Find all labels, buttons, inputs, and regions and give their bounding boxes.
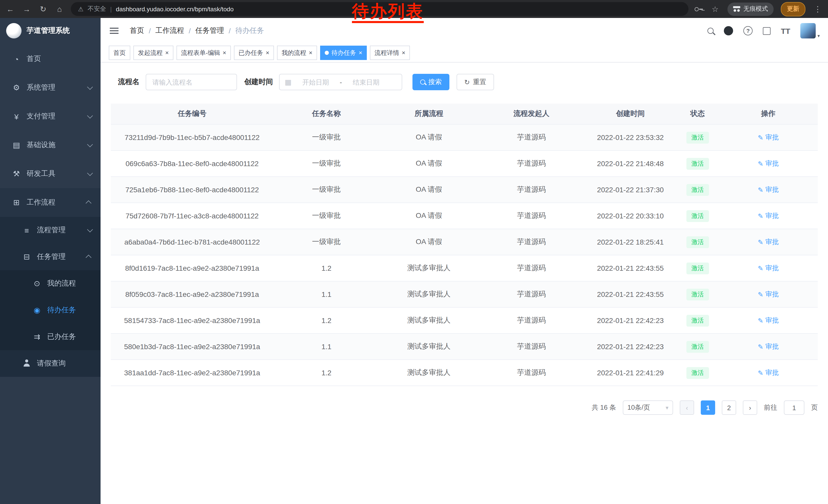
col-created: 创建时间 bbox=[584, 103, 676, 124]
goto-page-input[interactable] bbox=[784, 401, 804, 415]
approve-link[interactable]: ✎ 审批 bbox=[758, 159, 779, 168]
cell-process: 测试多审批人 bbox=[379, 307, 479, 333]
sidebar-menu: ◔ 首页 ⚙ 系统管理 ¥ 支付管理 ▤ 基础设施 bbox=[0, 44, 100, 377]
tab-done-tasks[interactable]: 已办任务 × bbox=[234, 46, 274, 60]
edit-icon: ✎ bbox=[758, 290, 763, 298]
edit-icon: ✎ bbox=[758, 238, 763, 246]
sidebar-item-workflow[interactable]: ⊞ 工作流程 bbox=[0, 188, 100, 217]
tab-my-process[interactable]: 我的流程 × bbox=[277, 46, 317, 60]
bookmark-star-icon[interactable]: ☆ bbox=[710, 4, 720, 13]
tab-process-detail[interactable]: 流程详情 × bbox=[370, 46, 410, 60]
approve-link[interactable]: ✎ 审批 bbox=[758, 211, 779, 221]
content-area: 首页 / 工作流程 / 任务管理 / 待办任务 ? TT ▾ bbox=[100, 18, 828, 504]
update-button[interactable]: 更新 bbox=[781, 2, 805, 16]
sidebar-item-task-management[interactable]: ⊟ 任务管理 bbox=[0, 243, 100, 270]
forward-icon[interactable]: → bbox=[22, 5, 32, 13]
back-icon[interactable]: ← bbox=[5, 5, 15, 13]
breadcrumb-item-task-management[interactable]: 任务管理 bbox=[196, 26, 224, 35]
sidebar-item-leave-query[interactable]: 请假查询 bbox=[0, 350, 100, 377]
gear-icon: ⚙ bbox=[10, 83, 23, 92]
cell-status: 激活 bbox=[676, 281, 719, 307]
close-icon[interactable]: × bbox=[223, 50, 226, 56]
cell-task-name: 一级审批 bbox=[274, 150, 379, 177]
sidebar-item-system[interactable]: ⚙ 系统管理 bbox=[0, 73, 100, 102]
prev-page-button[interactable]: ‹ bbox=[680, 401, 694, 415]
page-button-2[interactable]: 2 bbox=[722, 401, 736, 415]
approve-link[interactable]: ✎ 审批 bbox=[758, 185, 779, 194]
sidebar-item-done-tasks[interactable]: ⇉ 已办任务 bbox=[0, 324, 100, 350]
password-key-icon[interactable] bbox=[695, 6, 703, 11]
font-size-icon[interactable]: TT bbox=[781, 27, 790, 35]
edit-icon: ✎ bbox=[758, 186, 763, 193]
tab-form-edit[interactable]: 流程表单-编辑 × bbox=[176, 46, 231, 60]
reset-button[interactable]: ↻ 重置 bbox=[457, 74, 494, 90]
help-icon[interactable]: ? bbox=[743, 26, 753, 35]
close-icon[interactable]: × bbox=[165, 50, 169, 56]
hamburger-icon[interactable] bbox=[110, 30, 119, 31]
sidebar-item-infrastructure[interactable]: ▤ 基础设施 bbox=[0, 131, 100, 159]
sidebar-item-my-process[interactable]: ⊙ 我的流程 bbox=[0, 270, 100, 297]
github-icon[interactable] bbox=[724, 26, 733, 35]
cell-task-name: 1.1 bbox=[274, 333, 379, 360]
page-size-select[interactable]: 10条/页 ▾ bbox=[623, 401, 673, 415]
cell-status: 激活 bbox=[676, 255, 719, 281]
tab-todo-tasks[interactable]: 待办任务 × bbox=[320, 46, 367, 60]
page-button-1[interactable]: 1 bbox=[701, 401, 715, 415]
approve-link[interactable]: ✎ 审批 bbox=[758, 133, 779, 142]
incognito-icon bbox=[733, 6, 740, 12]
process-name-label: 流程名 bbox=[118, 78, 139, 87]
approve-link[interactable]: ✎ 审批 bbox=[758, 264, 779, 273]
task-management-icon: ⊟ bbox=[20, 252, 33, 262]
cell-task-id: 58154733-7ac8-11ec-a9e2-a2380e71991a bbox=[111, 307, 274, 333]
search-button[interactable]: 搜索 bbox=[412, 74, 449, 90]
sidebar-item-dashboard[interactable]: ◔ 首页 bbox=[0, 45, 100, 73]
fullscreen-icon[interactable] bbox=[763, 27, 771, 35]
reload-icon[interactable]: ↻ bbox=[38, 4, 48, 13]
process-name-input[interactable] bbox=[151, 78, 232, 86]
cell-starter: 芋道源码 bbox=[479, 255, 584, 281]
cell-task-name: 一级审批 bbox=[274, 203, 379, 229]
app-title: 芋道管理系统 bbox=[27, 26, 70, 35]
todo-task-page: 流程名 创建时间 ▦ - 搜索 bbox=[100, 62, 828, 504]
cell-starter: 芋道源码 bbox=[479, 203, 584, 229]
sidebar-item-todo-tasks[interactable]: ◉ 待办任务 bbox=[0, 297, 100, 324]
approve-link[interactable]: ✎ 审批 bbox=[758, 342, 779, 351]
close-icon[interactable]: × bbox=[402, 50, 405, 56]
close-icon[interactable]: × bbox=[309, 50, 313, 56]
app-logo-row[interactable]: 芋道管理系统 bbox=[0, 18, 100, 44]
browser-menu-icon[interactable]: ⋮ bbox=[813, 4, 823, 13]
table-row: 580e1b3d-7ac8-11ec-a9e2-a2380e71991a 1.1… bbox=[111, 333, 818, 360]
user-menu[interactable]: ▾ bbox=[800, 23, 820, 39]
search-icon[interactable] bbox=[707, 28, 714, 34]
sidebar-item-payment[interactable]: ¥ 支付管理 bbox=[0, 102, 100, 131]
sidebar-item-label: 待办任务 bbox=[47, 306, 76, 315]
security-label[interactable]: 不安全 bbox=[88, 5, 106, 13]
close-icon[interactable]: × bbox=[266, 50, 269, 56]
start-date-input[interactable] bbox=[294, 78, 336, 86]
next-page-button[interactable]: › bbox=[743, 401, 757, 415]
breadcrumb-item-home[interactable]: 首页 bbox=[130, 26, 144, 35]
table-row: 725a1eb6-7b88-11ec-8ef0-acde48001122 一级审… bbox=[111, 177, 818, 203]
status-badge: 激活 bbox=[686, 132, 709, 143]
approve-link[interactable]: ✎ 审批 bbox=[758, 368, 779, 377]
approve-link[interactable]: ✎ 审批 bbox=[758, 290, 779, 299]
caret-down-icon: ▾ bbox=[818, 33, 820, 39]
tab-start-process[interactable]: 发起流程 × bbox=[133, 46, 173, 60]
breadcrumb-item-workflow[interactable]: 工作流程 bbox=[156, 26, 184, 35]
sidebar-item-devtools[interactable]: ⚒ 研发工具 bbox=[0, 159, 100, 188]
close-icon[interactable]: × bbox=[359, 50, 362, 56]
home-icon[interactable]: ⌂ bbox=[54, 5, 65, 13]
end-date-input[interactable] bbox=[345, 78, 387, 86]
approve-link[interactable]: ✎ 审批 bbox=[758, 316, 779, 325]
address-bar[interactable]: ⚠ 不安全 | dashboard.yudao.iocoder.cn/bpm/t… bbox=[71, 2, 689, 16]
col-starter: 流程发起人 bbox=[479, 103, 584, 124]
breadcrumb-separator: / bbox=[229, 27, 231, 35]
tab-home[interactable]: 首页 bbox=[109, 46, 130, 60]
goto-label: 前往 bbox=[764, 403, 777, 412]
sidebar-item-process-management[interactable]: ≡ 流程管理 bbox=[0, 217, 100, 243]
app-logo bbox=[6, 23, 22, 39]
table-row: 75d72608-7b7f-11ec-a3c8-acde48001122 一级审… bbox=[111, 203, 818, 229]
cell-task-name: 1.2 bbox=[274, 255, 379, 281]
approve-link[interactable]: ✎ 审批 bbox=[758, 237, 779, 246]
cell-task-name: 一级审批 bbox=[274, 177, 379, 203]
